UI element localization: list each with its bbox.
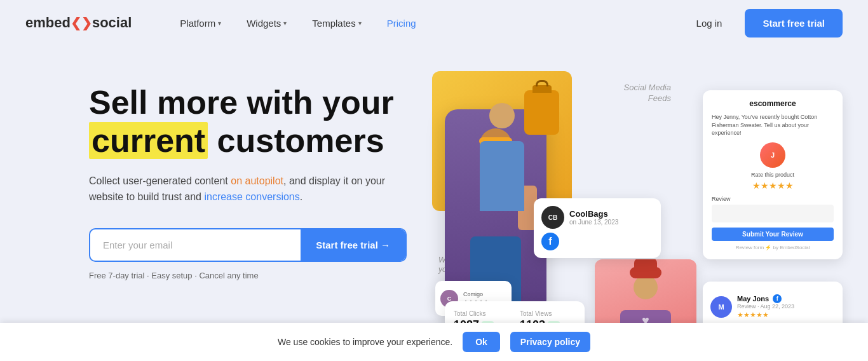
ec-stars: ★★★★★ [712, 180, 834, 191]
cookie-policy-button[interactable]: Privacy policy [510, 332, 590, 352]
logo-text-social: social [92, 15, 132, 31]
facebook-icon: f [541, 233, 559, 250]
form-note: Free 7-day trial · Easy setup · Cancel a… [89, 271, 419, 280]
email-input[interactable] [90, 229, 301, 261]
widgets-chevron-icon: ▾ [283, 20, 287, 27]
nav-right: Log in Start free trial [686, 9, 843, 37]
platform-chevron-icon: ▾ [218, 20, 221, 27]
hero-title-line1: Sell more with your [89, 84, 394, 121]
hero-sub-part1: Collect user-generated content [89, 175, 231, 186]
logo-text-embed: embed [25, 15, 71, 31]
hero-sub-end: . [300, 191, 302, 202]
hero-left: Sell more with your current customers Co… [89, 71, 419, 280]
ec-textarea [712, 205, 834, 222]
woman-body-bag [480, 141, 524, 211]
hero-title: Sell more with your current customers [89, 84, 419, 160]
hero-subtitle: Collect user-generated content on autopi… [89, 173, 394, 205]
templates-chevron-icon: ▾ [358, 20, 362, 27]
nav-templates-label: Templates [312, 18, 355, 29]
ec-message: Hey Jenny, You've recently bought Cotton… [712, 113, 834, 137]
start-trial-form-button[interactable]: Start free trial → [301, 229, 405, 261]
may-jons-info: May Jons f Review · Aug 22, 2023 ★★★★★ [737, 294, 835, 319]
cookie-banner: We use cookies to improve your experienc… [0, 323, 868, 361]
logo-arrows: ❮❯ [71, 15, 92, 31]
hero-title-highlight: current [89, 122, 208, 159]
may-jons-avatar: M [710, 296, 732, 318]
cookie-ok-button[interactable]: Ok [463, 332, 500, 352]
nav-pricing[interactable]: Pricing [377, 13, 426, 34]
nav-widgets-label: Widgets [247, 18, 281, 29]
woman-head-bag [489, 103, 515, 128]
ec-title: escommerce [712, 99, 834, 108]
email-form: Start free trial → [89, 228, 407, 262]
nav-widgets[interactable]: Widgets ▾ [236, 13, 297, 34]
woman2-head [634, 275, 658, 299]
login-button[interactable]: Log in [686, 13, 733, 34]
hero-section: Sell more with your current customers Co… [0, 46, 868, 361]
ec-submit-btn[interactable]: Submit Your Review [712, 228, 834, 241]
coolbags-name: CoolBags [569, 209, 618, 219]
bag-image-card [432, 71, 572, 211]
total-clicks-label: Total Clicks [454, 310, 510, 317]
logo[interactable]: embed ❮❯ social [25, 15, 132, 31]
nav-platform-label: Platform [180, 18, 215, 29]
coolbags-card: CB CoolBags on June 13, 2023 f [534, 198, 661, 258]
ec-avatar: J [760, 142, 785, 168]
cookie-text: We use cookies to improve your experienc… [278, 337, 452, 347]
nav-links: Platform ▾ Widgets ▾ Templates ▾ Pricing [170, 13, 686, 34]
may-jons-meta: Review · Aug 22, 2023 [737, 303, 835, 310]
social-media-feeds-label: Social MediaFeeds [624, 83, 671, 104]
nav-platform[interactable]: Platform ▾ [170, 13, 231, 34]
hero-title-line2: customers [208, 122, 384, 159]
coolbags-date: on June 13, 2023 [569, 219, 618, 226]
bag-shape [524, 90, 559, 135]
start-trial-nav-button[interactable]: Start free trial [745, 9, 843, 37]
navbar: embed ❮❯ social Platform ▾ Widgets ▾ Tem… [0, 0, 868, 46]
ecommerce-review-card: escommerce Hey Jenny, You've recently bo… [703, 90, 843, 259]
may-jons-stars: ★★★★★ [737, 311, 835, 319]
may-jons-name: May Jons [737, 295, 769, 303]
hero-sub-orange: on autopilot [231, 175, 283, 186]
ec-rate-label: Rate this product [712, 172, 834, 178]
nav-templates[interactable]: Templates ▾ [302, 13, 371, 34]
ec-review-label: Review [712, 196, 834, 202]
hero-right-preview: Social MediaFeeds Widget onyour site C C… [432, 71, 843, 361]
facebook-badge-may: f [773, 294, 782, 303]
reviewer-may-jons: M May Jons f Review · Aug 22, 2023 ★★★★★ [710, 289, 835, 325]
coolbags-avatar-icon: CB [541, 206, 564, 229]
total-views-label: Total Views [520, 310, 576, 317]
nav-pricing-label: Pricing [387, 18, 416, 29]
ec-footer: Review form ⚡ by EmbedSocial [712, 245, 834, 250]
woman2-hat-top [634, 259, 657, 272]
bag-handle-shape [536, 80, 548, 86]
hero-sub-blue: increase conversions [204, 191, 299, 202]
